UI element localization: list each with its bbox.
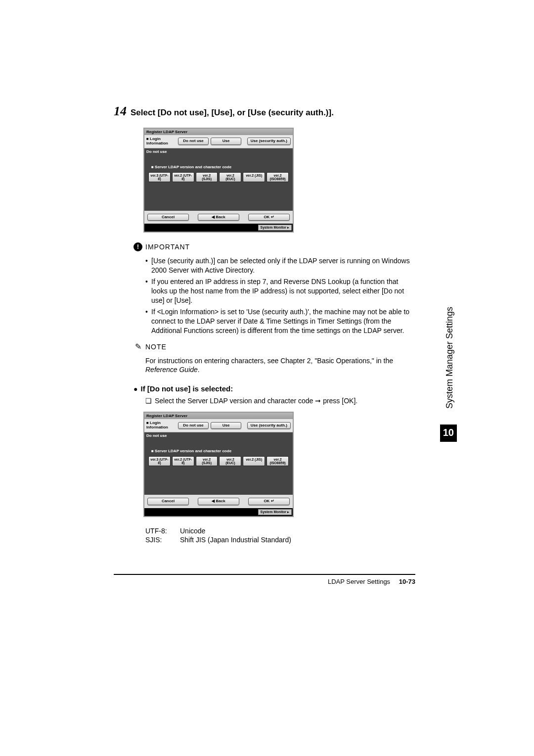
footer-page-number: 10-73 [399, 578, 415, 585]
important-item: [Use (security auth.)] can be selected o… [145, 256, 415, 275]
embedded-screenshot-2: Register LDAP Server ■ Login Information… [143, 412, 294, 517]
footer-section: LDAP Server Settings [328, 578, 390, 585]
important-item: If <Login Information> is set to 'Use (s… [145, 307, 415, 335]
def-def: Shift JIS (Japan Industrial Standard) [180, 536, 291, 544]
ss2-body-label: ■ Server LDAP version and character code [151, 449, 289, 453]
ss1-ver-btn[interactable]: ver.3 (UTF-8) [148, 172, 171, 182]
def-def: Unicode [180, 527, 205, 535]
ss2-system-monitor[interactable]: System Monitor ▸ [258, 509, 292, 515]
ss2-cancel-button[interactable]: Cancel [147, 498, 189, 505]
ss2-ver-btn[interactable]: ver.2 (ISO8859) [267, 456, 289, 466]
sub-heading: If [Do not use] is selected: [134, 384, 415, 393]
ss1-ver-btn[interactable]: ver.2 (SJIS) [196, 172, 218, 182]
important-list: [Use (security auth.)] can be selected o… [145, 256, 415, 335]
note-callout: NOTE [134, 342, 415, 351]
ss1-ver-btn[interactable]: ver.2 (UTF-8) [172, 172, 194, 182]
ss2-titlebar: Register LDAP Server [144, 413, 293, 419]
ss1-back-button[interactable]: ◀ Back [198, 214, 239, 221]
ss2-back-button[interactable]: ◀ Back [198, 498, 239, 505]
ss2-use-security-button[interactable]: Use (security auth.) [247, 422, 291, 429]
note-icon [134, 342, 142, 351]
def-row: UTF-8: Unicode [145, 527, 415, 535]
side-tab-number: 10 [440, 425, 457, 442]
ss1-ver-btn[interactable]: ver.2 (ISO8859) [267, 172, 289, 182]
ss2-use-button[interactable]: Use [211, 422, 241, 429]
ss1-ok-button[interactable]: OK ↵ [248, 214, 290, 221]
ss2-ok-button[interactable]: OK ↵ [248, 498, 290, 505]
important-label: IMPORTANT [145, 243, 190, 251]
side-tab-label: System Manager Settings [445, 307, 455, 409]
ss1-ver-btn[interactable]: ver.2 (JIS) [243, 172, 265, 182]
definitions: UTF-8: Unicode SJIS: Shift JIS (Japan In… [145, 527, 415, 544]
def-term: SJIS: [145, 536, 180, 544]
page-footer: LDAP Server Settings 10-73 [114, 578, 415, 585]
ss1-ver-btn[interactable]: ver.2 (EUC) [219, 172, 241, 182]
def-row: SJIS: Shift JIS (Japan Industrial Standa… [145, 536, 415, 544]
embedded-screenshot-1: Register LDAP Server ■ Login Information… [143, 128, 294, 233]
ss2-ver-btn[interactable]: ver.3 (UTF-8) [148, 456, 171, 466]
ss2-ver-btn[interactable]: ver.2 (UTF-8) [172, 456, 194, 466]
note-label: NOTE [145, 343, 167, 351]
important-icon: ! [134, 242, 142, 251]
ss1-titlebar: Register LDAP Server [144, 129, 293, 135]
note-body: For instructions on entering characters,… [145, 356, 415, 375]
ss2-do-not-use-button[interactable]: Do not use [178, 422, 209, 429]
ss1-use-security-button[interactable]: Use (security auth.) [247, 138, 291, 145]
ss1-do-not-use-button[interactable]: Do not use [178, 138, 209, 145]
ss1-login-label: ■ Login Information [146, 137, 176, 146]
ss2-ver-btn[interactable]: ver.2 (EUC) [219, 456, 241, 466]
step-text: Select [Do not use], [Use], or [Use (sec… [131, 108, 334, 118]
ss1-system-monitor[interactable]: System Monitor ▸ [258, 225, 292, 231]
ss2-ver-btn[interactable]: ver.2 (JIS) [243, 456, 265, 466]
step-heading: 14 Select [Do not use], [Use], or [Use (… [114, 104, 415, 119]
important-item: If you entered an IP address in step 7, … [145, 277, 415, 305]
ss1-body-label: ■ Server LDAP version and character code [151, 165, 289, 169]
ss1-status: Do not use [144, 148, 293, 155]
important-callout: ! IMPORTANT [134, 242, 415, 251]
def-term: UTF-8: [145, 527, 180, 535]
ss2-status: Do not use [144, 432, 293, 439]
sub-step: Select the Server LDAP version and chara… [145, 397, 415, 405]
footer-rule [114, 574, 415, 575]
ss2-login-label: ■ Login Information [146, 421, 176, 430]
ss2-ver-btn[interactable]: ver.2 (SJIS) [196, 456, 218, 466]
ss1-cancel-button[interactable]: Cancel [147, 214, 189, 221]
step-number: 14 [114, 104, 127, 119]
ss1-use-button[interactable]: Use [211, 138, 241, 145]
